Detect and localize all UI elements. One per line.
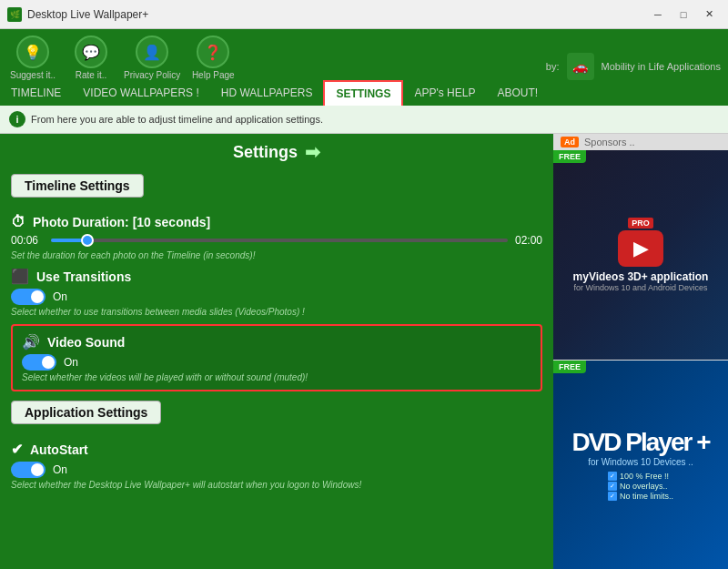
- autostart-label: AutoStart: [30, 442, 88, 457]
- check-icon-2: ✓: [608, 482, 617, 491]
- feature-item-1: ✓ 100 % Free !!: [608, 472, 673, 481]
- privacy-icon: 👤: [136, 36, 168, 68]
- title-bar: 🌿 Desktop Live Wallpaper+ ─ □ ✕: [0, 0, 728, 29]
- photo-duration-label: Photo Duration: [10 seconds]: [33, 215, 210, 229]
- photo-duration-setting: ⏱ Photo Duration: [10 seconds] 00:06 02:…: [11, 214, 542, 260]
- myvideos-title: myVideos 3D+ application: [573, 270, 709, 283]
- menu-hd[interactable]: HD WALLPAPERS: [210, 80, 324, 106]
- sponsors-label: Sponsors ..: [584, 137, 635, 147]
- settings-arrow-icon: ➡: [305, 141, 320, 163]
- menu-bar: TIMELINE VIDEO WALLPAPERS ! HD WALLPAPER…: [0, 80, 728, 106]
- transitions-toggle[interactable]: [11, 289, 46, 305]
- ad-header: Ad Sponsors ..: [553, 134, 728, 150]
- feature-item-2: ✓ No overlays..: [608, 482, 673, 491]
- slider-start-time: 00:06: [11, 234, 44, 247]
- transitions-label: Use Transitions: [36, 269, 131, 284]
- company-name: Mobility in Life Applications: [602, 61, 721, 72]
- menu-timeline[interactable]: TIMELINE: [0, 80, 72, 106]
- autostart-toggle-label: On: [53, 463, 67, 476]
- ad-myvideos[interactable]: FREE PRO ▶ myVideos 3D+ application for …: [553, 150, 728, 361]
- app-title: Desktop Live Wallpaper+: [27, 8, 646, 21]
- slider-thumb[interactable]: [81, 234, 94, 247]
- video-sound-toggle[interactable]: [22, 354, 56, 371]
- help-label: Help Page: [192, 70, 235, 80]
- sidebar: Ad Sponsors .. FREE PRO ▶ myVideos 3D+ a…: [553, 134, 728, 569]
- minimize-button[interactable]: ─: [646, 5, 670, 24]
- autostart-setting: ✔ AutoStart On Select whether the Deskto…: [11, 441, 542, 490]
- video-sound-hint: Select whether the videos will be played…: [22, 372, 531, 382]
- free-badge-2: FREE: [553, 361, 586, 373]
- menu-apphelp[interactable]: APP's HELP: [403, 80, 486, 106]
- company-logo: 🚗: [567, 53, 594, 80]
- autostart-hint: Select whether the Desktop Live Wallpape…: [11, 480, 542, 490]
- settings-title: Settings ➡: [11, 141, 542, 163]
- window-controls: ─ □ ✕: [646, 5, 721, 24]
- privacy-nav-item[interactable]: 👤 Privacy Policy: [124, 36, 180, 80]
- suggest-label: Suggest it..: [10, 70, 56, 80]
- check-icon-3: ✓: [608, 492, 617, 501]
- timeline-section: Timeline Settings: [11, 174, 542, 207]
- transitions-icon: ⬛: [11, 268, 29, 285]
- autostart-toggle[interactable]: [11, 462, 46, 478]
- maximize-button[interactable]: □: [672, 5, 695, 24]
- feature-item-3: ✓ No time limits..: [608, 492, 673, 501]
- top-nav: 💡 Suggest it.. 💬 Rate it.. 👤 Privacy Pol…: [0, 29, 728, 80]
- help-nav-item[interactable]: ❓ Help Page: [187, 36, 238, 80]
- suggest-icon: 💡: [16, 36, 49, 68]
- clock-icon: ⏱: [11, 214, 25, 230]
- free-badge-1: FREE: [553, 150, 586, 163]
- company-info: by: 🚗 Mobility in Life Applications: [546, 53, 721, 80]
- check-icon-1: ✓: [608, 472, 617, 481]
- timeline-section-header: Timeline Settings: [11, 174, 144, 198]
- photo-duration-hint: Set the duration for each photo on the T…: [11, 250, 542, 260]
- duration-slider[interactable]: [51, 239, 508, 242]
- myvideos-logo: ▶: [618, 230, 663, 267]
- video-sound-toggle-label: On: [64, 356, 78, 369]
- sound-icon: 🔊: [22, 333, 40, 351]
- content-area: Settings ➡ Timeline Settings ⏱ Photo Dur…: [0, 134, 553, 569]
- ad-dvdplayer[interactable]: FREE DVD Player + for Windows 10 Devices…: [553, 361, 728, 570]
- menu-settings[interactable]: SETTINGS: [323, 80, 403, 106]
- dvd-subtitle: for Windows 10 Devices ..: [588, 457, 693, 467]
- autostart-icon: ✔: [11, 441, 23, 458]
- transitions-setting: ⬛ Use Transitions On Select whether to u…: [11, 268, 542, 317]
- suggest-nav-item[interactable]: 💡 Suggest it..: [7, 36, 58, 80]
- info-text: From here you are able to adjust timelin…: [31, 114, 323, 125]
- dvd-logo: DVD Player +: [571, 428, 709, 457]
- slider-end-time: 02:00: [515, 234, 542, 247]
- main-layout: Settings ➡ Timeline Settings ⏱ Photo Dur…: [0, 134, 728, 569]
- myvideos-subtitle: for Windows 10 and Android Devices: [573, 283, 707, 292]
- rate-icon: 💬: [75, 36, 107, 68]
- application-section: Application Settings: [11, 401, 542, 433]
- video-sound-label: Video Sound: [47, 335, 125, 350]
- video-sound-box: 🔊 Video Sound On Select whether the vide…: [11, 324, 542, 391]
- application-section-header: Application Settings: [11, 401, 161, 424]
- app-icon: 🌿: [7, 7, 22, 22]
- ad-badge: Ad: [561, 137, 579, 147]
- rate-label: Rate it..: [76, 70, 106, 80]
- rate-nav-item[interactable]: 💬 Rate it..: [66, 36, 116, 80]
- duration-slider-row: 00:06 02:00: [11, 234, 542, 247]
- transitions-toggle-label: On: [53, 290, 67, 303]
- pro-badge: PRO: [628, 218, 653, 229]
- transitions-hint: Select whether to use transitions betwee…: [11, 307, 542, 317]
- menu-video[interactable]: VIDEO WALLPAPERS !: [72, 80, 209, 106]
- by-label: by:: [546, 61, 560, 72]
- info-bar: i From here you are able to adjust timel…: [0, 106, 728, 134]
- help-icon: ❓: [197, 36, 229, 68]
- close-button[interactable]: ✕: [697, 5, 721, 24]
- dvd-features: ✓ 100 % Free !! ✓ No overlays.. ✓ No tim…: [608, 471, 673, 502]
- privacy-label: Privacy Policy: [124, 70, 180, 80]
- menu-about[interactable]: ABOUT!: [486, 80, 549, 106]
- info-icon: i: [9, 111, 25, 127]
